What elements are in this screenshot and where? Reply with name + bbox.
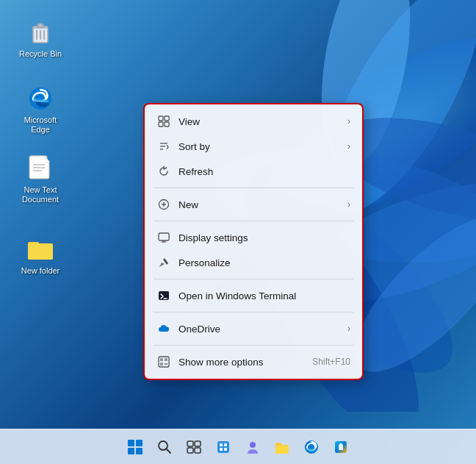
more-options-shortcut: Shift+F10: [312, 357, 350, 367]
onedrive-icon: [156, 321, 171, 336]
refresh-icon: [156, 164, 171, 179]
display-settings-label: Display settings: [178, 232, 350, 243]
desktop-icon-edge[interactable]: Microsoft Edge: [15, 81, 66, 138]
svg-rect-42: [136, 440, 143, 446]
desktop-icon-folder[interactable]: New folder: [15, 232, 66, 279]
edge-icon: [26, 84, 55, 113]
more-options-icon: [156, 354, 171, 369]
context-menu-item-sort[interactable]: Sort by ›: [145, 134, 362, 159]
sort-arrow: ›: [347, 141, 350, 151]
svg-rect-37: [160, 358, 163, 361]
separator-3: [154, 279, 353, 279]
svg-rect-51: [217, 441, 229, 453]
recycle-bin-icon: [26, 18, 55, 47]
svg-rect-43: [128, 448, 134, 454]
personalize-label: Personalize: [178, 257, 350, 268]
svg-rect-30: [159, 233, 169, 240]
folder-icon: [26, 235, 55, 264]
svg-rect-54: [220, 448, 223, 451]
recycle-bin-label: Recycle Bin: [19, 49, 62, 59]
context-menu-item-more-options[interactable]: Show more options Shift+F10: [145, 349, 362, 374]
svg-rect-11: [37, 24, 43, 27]
svg-point-45: [159, 441, 167, 450]
view-icon: [156, 114, 171, 129]
svg-rect-22: [159, 122, 163, 126]
terminal-label: Open in Windows Terminal: [178, 290, 350, 301]
svg-rect-41: [128, 440, 134, 446]
onedrive-arrow: ›: [347, 324, 350, 334]
svg-rect-36: [159, 357, 169, 367]
taskbar-store-button[interactable]: [328, 434, 354, 460]
view-arrow: ›: [347, 116, 350, 126]
svg-rect-44: [136, 448, 143, 454]
context-menu-item-new[interactable]: New ›: [145, 192, 362, 217]
new-icon: [156, 197, 171, 212]
context-menu-item-onedrive[interactable]: OneDrive ›: [145, 316, 362, 341]
svg-rect-20: [159, 116, 163, 121]
taskbar-search-button[interactable]: [151, 434, 178, 460]
desktop-icon-text-doc[interactable]: New Text Document: [15, 151, 66, 207]
context-menu-item-terminal[interactable]: Open in Windows Terminal: [145, 283, 362, 308]
svg-rect-47: [187, 441, 193, 446]
refresh-label: Refresh: [178, 166, 350, 177]
svg-rect-52: [220, 443, 223, 446]
more-options-label: Show more options: [178, 357, 312, 368]
separator-1: [154, 188, 353, 188]
context-menu-item-display[interactable]: Display settings: [145, 225, 362, 250]
svg-point-56: [250, 442, 256, 448]
sort-icon: [156, 139, 171, 154]
taskbar-widgets-button[interactable]: [210, 434, 237, 460]
taskbar-fileexplorer-button[interactable]: [269, 434, 295, 460]
svg-rect-49: [187, 448, 193, 453]
svg-rect-23: [165, 122, 169, 126]
context-menu-item-view[interactable]: View ›: [145, 109, 362, 134]
taskbar-chat-button[interactable]: [239, 434, 266, 460]
svg-line-46: [167, 449, 170, 453]
svg-rect-38: [165, 358, 167, 361]
text-doc-icon: [26, 154, 55, 183]
taskbar: [0, 429, 476, 464]
svg-rect-39: [160, 363, 163, 365]
taskbar-start-button[interactable]: [122, 434, 148, 460]
folder-label: New folder: [21, 266, 60, 276]
context-menu: View › Sort by › Refresh New ›: [143, 103, 364, 380]
new-label: New: [178, 199, 347, 210]
context-menu-item-personalize[interactable]: Personalize: [145, 250, 362, 275]
text-doc-label: New Text Document: [18, 185, 63, 204]
personalize-icon: [156, 255, 171, 270]
sort-label: Sort by: [178, 141, 347, 152]
svg-rect-55: [224, 448, 227, 451]
taskbar-edge-button[interactable]: [298, 434, 325, 460]
terminal-icon: [156, 288, 171, 303]
separator-5: [154, 345, 353, 346]
new-arrow: ›: [347, 199, 350, 210]
svg-rect-21: [165, 116, 169, 121]
onedrive-label: OneDrive: [178, 324, 347, 335]
view-label: View: [178, 116, 347, 127]
svg-rect-53: [224, 443, 227, 446]
display-icon: [156, 230, 171, 245]
desktop: Recycle Bin Microsoft Edge New Text Docu: [0, 0, 476, 464]
separator-4: [154, 312, 353, 313]
context-menu-item-refresh[interactable]: Refresh: [145, 159, 362, 184]
svg-rect-50: [195, 448, 201, 453]
svg-rect-48: [195, 441, 201, 446]
separator-2: [154, 221, 353, 221]
taskbar-taskview-button[interactable]: [181, 434, 207, 460]
desktop-icon-recycle-bin[interactable]: Recycle Bin: [15, 15, 66, 62]
edge-label: Microsoft Edge: [18, 115, 63, 135]
